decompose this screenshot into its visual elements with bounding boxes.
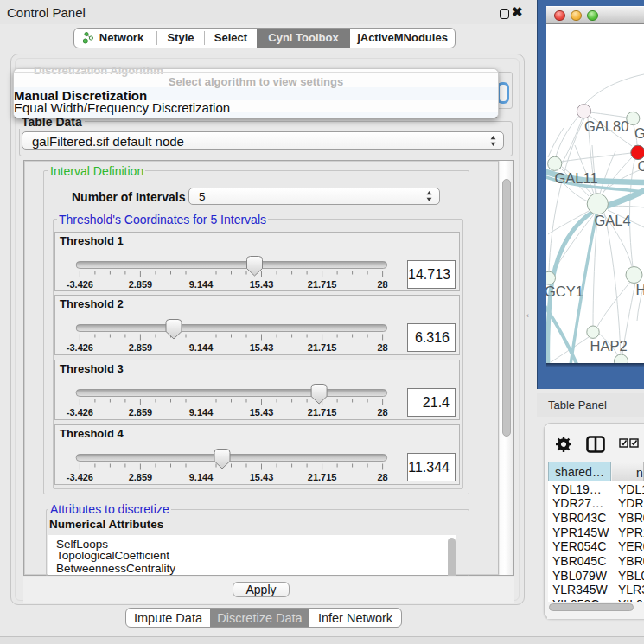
svg-text:2.859: 2.859: [129, 342, 153, 353]
svg-text:2.859: 2.859: [129, 407, 153, 418]
svg-text:28: 28: [377, 279, 387, 290]
svg-text:GAL4: GAL4: [595, 213, 631, 228]
svg-text:28: 28: [377, 407, 387, 418]
svg-text:15.43: 15.43: [250, 342, 274, 353]
svg-text:15.43: 15.43: [250, 472, 274, 482]
svg-text:28: 28: [377, 472, 387, 482]
svg-text:H: H: [636, 282, 644, 297]
svg-text:21.715: 21.715: [308, 407, 337, 418]
svg-text:9.144: 9.144: [189, 342, 214, 353]
svg-text:-3.426: -3.426: [67, 407, 93, 418]
svg-text:-3.426: -3.426: [67, 472, 93, 482]
svg-text:HAP2: HAP2: [590, 338, 628, 354]
svg-text:-3.426: -3.426: [67, 342, 93, 353]
svg-text:21.715: 21.715: [308, 472, 337, 482]
svg-text:C: C: [638, 158, 644, 174]
svg-text:9.144: 9.144: [189, 407, 214, 418]
svg-text:GCY1: GCY1: [546, 284, 583, 299]
svg-text:28: 28: [377, 342, 387, 353]
svg-text:15.43: 15.43: [250, 407, 274, 418]
svg-text:GAL80: GAL80: [584, 118, 628, 134]
svg-text:-3.426: -3.426: [67, 279, 93, 290]
svg-text:15.43: 15.43: [250, 279, 274, 290]
svg-text:21.715: 21.715: [308, 279, 337, 290]
svg-text:21.715: 21.715: [308, 342, 337, 353]
svg-text:9.144: 9.144: [189, 279, 214, 290]
svg-text:GAL11: GAL11: [555, 170, 598, 186]
svg-text:2.859: 2.859: [129, 279, 153, 290]
svg-text:2.859: 2.859: [129, 472, 153, 482]
svg-text:GA: GA: [634, 125, 644, 141]
svg-text:9.144: 9.144: [189, 472, 214, 482]
